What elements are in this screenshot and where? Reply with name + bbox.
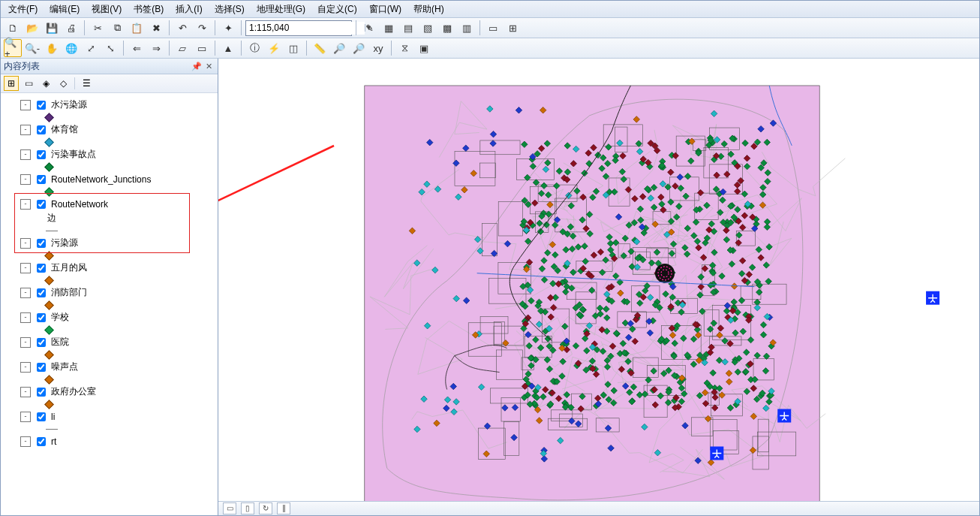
redo-icon[interactable]: ↷ bbox=[193, 19, 211, 37]
menu-view[interactable]: 视图(V) bbox=[86, 2, 128, 17]
find-route-icon[interactable]: 🔎 bbox=[350, 39, 368, 57]
menu-select[interactable]: 选择(S) bbox=[209, 2, 251, 17]
viewer-window-icon[interactable]: ▣ bbox=[415, 39, 433, 57]
image-analysis-icon[interactable]: ▧ bbox=[419, 19, 437, 37]
layer-gym[interactable]: - 体育馆 bbox=[5, 122, 218, 137]
layer-visibility-checkbox[interactable] bbox=[37, 437, 46, 446]
data-view-tab[interactable]: ▭ bbox=[223, 502, 236, 514]
copy-icon[interactable]: ⧉ bbox=[108, 19, 126, 37]
find-icon[interactable]: 🔎 bbox=[330, 39, 348, 57]
time-slider-icon[interactable]: ⧖ bbox=[395, 39, 413, 57]
layer-visibility-checkbox[interactable] bbox=[37, 150, 46, 159]
list-by-source-icon[interactable]: ▭ bbox=[21, 76, 36, 91]
catalog-icon[interactable]: ▭ bbox=[484, 19, 502, 37]
toc-titlebar[interactable]: 内容列表 📌 ✕ bbox=[1, 59, 218, 74]
paste-icon[interactable]: 📋 bbox=[128, 19, 146, 37]
table-window-icon[interactable]: ▦ bbox=[380, 19, 398, 37]
expand-icon[interactable]: - bbox=[20, 199, 31, 210]
zoom-out-icon[interactable]: 🔍- bbox=[23, 39, 41, 57]
fixed-zoom-in-icon[interactable]: ⤢ bbox=[82, 39, 100, 57]
measure-icon[interactable]: 📏 bbox=[311, 39, 329, 57]
new-icon[interactable]: 🗋 bbox=[4, 19, 22, 37]
graph-window-icon[interactable]: ▤ bbox=[399, 19, 417, 37]
modelbuilder-icon[interactable]: ▩ bbox=[438, 19, 456, 37]
cut-icon[interactable]: ✂ bbox=[89, 19, 107, 37]
expand-icon[interactable]: - bbox=[20, 337, 31, 348]
expand-icon[interactable]: - bbox=[20, 387, 31, 397]
expand-icon[interactable]: - bbox=[20, 100, 31, 110]
delete-icon[interactable]: ✖ bbox=[147, 19, 165, 37]
layer-li[interactable]: - li bbox=[5, 409, 218, 424]
expand-icon[interactable]: - bbox=[20, 263, 31, 273]
list-by-draw-order-icon[interactable]: ⊞ bbox=[4, 76, 19, 91]
layer-visibility-checkbox[interactable] bbox=[37, 125, 46, 134]
layer-gov[interactable]: - 政府办公室 bbox=[5, 385, 218, 399]
layer-visibility-checkbox[interactable] bbox=[37, 264, 46, 273]
full-extent-icon[interactable]: 🌐 bbox=[62, 39, 80, 57]
expand-icon[interactable]: - bbox=[20, 312, 31, 323]
zoom-in-icon[interactable]: 🔍+ bbox=[4, 39, 22, 57]
layer-visibility-checkbox[interactable] bbox=[37, 388, 46, 397]
expand-icon[interactable]: - bbox=[20, 238, 31, 249]
layer-rn[interactable]: - RouteNetwork bbox=[5, 197, 218, 211]
menu-help[interactable]: 帮助(H) bbox=[407, 2, 450, 17]
layer-school[interactable]: - 学校 bbox=[5, 310, 218, 324]
goto-xy-icon[interactable]: xy bbox=[369, 39, 387, 57]
menu-window[interactable]: 窗口(W) bbox=[363, 2, 407, 17]
scale-combo[interactable]: ▼ bbox=[245, 20, 352, 36]
layer-visibility-checkbox[interactable] bbox=[37, 338, 46, 347]
expand-icon[interactable]: - bbox=[20, 436, 31, 447]
add-data-icon[interactable]: ✦ bbox=[219, 19, 237, 37]
fixed-zoom-out-icon[interactable]: ⤡ bbox=[101, 39, 119, 57]
layer-visibility-checkbox[interactable] bbox=[37, 363, 46, 372]
python-window-icon[interactable]: ▥ bbox=[458, 19, 476, 37]
toc-tree[interactable]: - 水污染源- 体育馆- 污染事故点- RouteNetwork_Junctio… bbox=[1, 93, 218, 515]
layout-view-tab[interactable]: ▯ bbox=[241, 502, 254, 514]
pause-drawing-icon[interactable]: ‖ bbox=[277, 502, 290, 514]
pin-icon[interactable]: 📌 bbox=[191, 62, 203, 71]
expand-icon[interactable]: - bbox=[20, 149, 31, 160]
layer-visibility-checkbox[interactable] bbox=[37, 200, 46, 209]
scale-input[interactable] bbox=[246, 22, 365, 35]
menu-file[interactable]: 文件(F) bbox=[2, 2, 44, 17]
list-by-selection-icon[interactable]: ◇ bbox=[56, 76, 71, 91]
menu-insert[interactable]: 插入(I) bbox=[170, 2, 208, 17]
layer-visibility-checkbox[interactable] bbox=[37, 412, 46, 421]
search-icon[interactable]: ⊞ bbox=[504, 19, 522, 37]
menu-customize[interactable]: 自定义(C) bbox=[311, 2, 363, 17]
layer-visibility-checkbox[interactable] bbox=[37, 313, 46, 322]
pointer-icon[interactable]: ▲ bbox=[219, 39, 237, 57]
expand-icon[interactable]: - bbox=[20, 362, 31, 373]
layer-fire[interactable]: - 消防部门 bbox=[5, 285, 218, 300]
layer-noise[interactable]: - 噪声点 bbox=[5, 360, 218, 374]
html-popup-icon[interactable]: ◫ bbox=[284, 39, 302, 57]
layer-visibility-checkbox[interactable] bbox=[37, 239, 46, 248]
layer-visibility-checkbox[interactable] bbox=[37, 288, 46, 297]
expand-icon[interactable]: - bbox=[20, 288, 31, 298]
editor-toolbar-icon[interactable]: ✎ bbox=[360, 19, 378, 37]
hyperlink-icon[interactable]: ⚡ bbox=[265, 39, 283, 57]
identify-icon[interactable]: ⓘ bbox=[245, 39, 263, 57]
undo-icon[interactable]: ↶ bbox=[173, 19, 191, 37]
list-by-visibility-icon[interactable]: ◈ bbox=[38, 76, 53, 91]
layer-rnj[interactable]: - RouteNetwork_Junctions bbox=[5, 172, 218, 186]
layer-hosp[interactable]: - 医院 bbox=[5, 335, 218, 349]
forward-icon[interactable]: ⇒ bbox=[147, 39, 165, 57]
layer-visibility-checkbox[interactable] bbox=[37, 175, 46, 184]
layer-wsrc[interactable]: - 水污染源 bbox=[5, 98, 218, 112]
expand-icon[interactable]: - bbox=[20, 174, 31, 185]
expand-icon[interactable]: - bbox=[20, 125, 31, 135]
close-icon[interactable]: ✕ bbox=[203, 62, 215, 71]
expand-icon[interactable]: - bbox=[20, 412, 31, 422]
layer-rt[interactable]: - rt bbox=[5, 434, 218, 448]
pan-icon[interactable]: ✋ bbox=[43, 39, 61, 57]
menu-edit[interactable]: 编辑(E) bbox=[44, 2, 86, 17]
layer-acc[interactable]: - 污染事故点 bbox=[5, 147, 218, 161]
save-icon[interactable]: 💾 bbox=[43, 19, 61, 37]
print-icon[interactable]: 🖨 bbox=[62, 19, 80, 37]
menu-geoprocessing[interactable]: 地理处理(G) bbox=[251, 2, 311, 17]
layer-psrc[interactable]: - 污染源 bbox=[5, 236, 218, 250]
clear-selection-icon[interactable]: ▭ bbox=[193, 39, 211, 57]
menu-bookmarks[interactable]: 书签(B) bbox=[128, 2, 170, 17]
back-icon[interactable]: ⇐ bbox=[128, 39, 146, 57]
